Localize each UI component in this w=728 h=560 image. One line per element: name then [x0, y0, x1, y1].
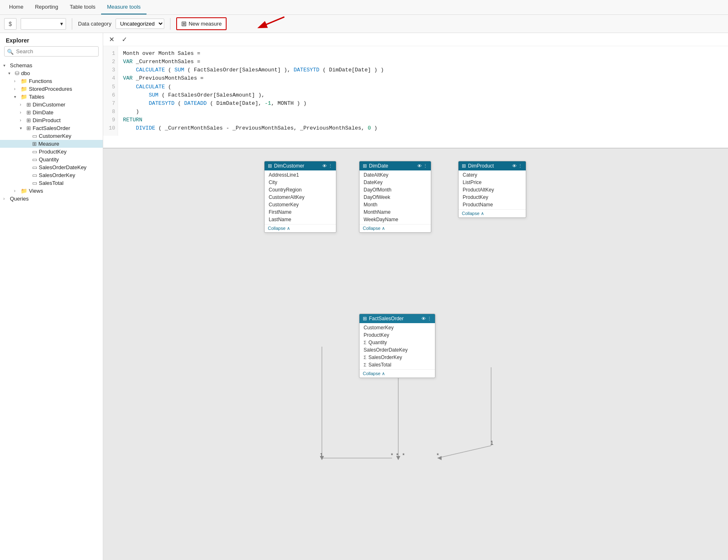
table-actions[interactable]: 👁 ⋮ [512, 163, 522, 169]
table-actions[interactable]: 👁 ⋮ [421, 316, 432, 321]
collapse-dimdate[interactable]: Collapse ∧ [359, 224, 431, 232]
dimproduct-header: ⊞ DimProduct 👁 ⋮ [459, 161, 526, 170]
nav-tab-reporting[interactable]: Reporting [29, 0, 64, 14]
nav-tab-measure-tools[interactable]: Measure tools [101, 0, 147, 14]
collapse-factsalesorder[interactable]: Collapse ∧ [359, 369, 435, 378]
table-icon: ⊞ [363, 316, 367, 321]
svg-text:1: 1 [320, 452, 323, 458]
data-category-select[interactable]: Uncategorized [116, 19, 164, 29]
productkey-label: ProductKey [39, 149, 99, 155]
svg-text:*: * [396, 452, 399, 458]
chevron-icon: ▾ [20, 126, 25, 130]
dimcustomer-body: AddressLine1 City CountryRegion Customer… [265, 170, 336, 224]
sidebar-item-measure[interactable]: ⊞ Measure [0, 140, 103, 148]
explorer-tree: ▾ Schemas ▾ ⛁ dbo › 📁 Functions › 📁 Stor… [0, 60, 103, 560]
table-icon: ⊞ [268, 163, 272, 169]
arrow-annotation [255, 15, 288, 31]
confirm-button[interactable]: ✓ [120, 35, 129, 44]
sidebar-item-dimdate[interactable]: › ⊞ DimDate [0, 109, 103, 116]
dimdate-header: ⊞ DimDate 👁 ⋮ [359, 161, 431, 170]
quantity-label: Quantity [39, 156, 99, 163]
table-row: AddressLine1 [265, 171, 336, 179]
search-input[interactable] [4, 46, 99, 57]
column-icon: ▭ [32, 180, 37, 186]
sidebar-item-dbo[interactable]: ▾ ⛁ dbo [0, 69, 103, 77]
table-dimproduct: ⊞ DimProduct 👁 ⋮ Catery ListPrice Produc… [458, 161, 526, 218]
table-actions[interactable]: 👁 ⋮ [417, 163, 428, 169]
dbo-label: dbo [21, 70, 99, 76]
table-row: ProductName [459, 201, 526, 208]
sidebar-item-dimcustomer[interactable]: › ⊞ DimCustomer [0, 101, 103, 109]
dimproduct-title: DimProduct [468, 163, 510, 169]
sidebar-item-functions[interactable]: › 📁 Functions [0, 77, 103, 85]
svg-line-5 [437, 446, 491, 458]
cancel-button[interactable]: ✕ [107, 35, 116, 44]
chevron-icon: › [20, 110, 25, 115]
table-row: SalesOrderDateKey [359, 346, 435, 354]
dimproduct-body: Catery ListPrice ProductAltKey ProductKe… [459, 170, 526, 209]
table-actions[interactable]: 👁 ⋮ [322, 163, 333, 169]
table-row: ProductKey [359, 331, 435, 339]
sidebar-item-dimproduct[interactable]: › ⊞ DimProduct [0, 116, 103, 124]
table-icon: ⊞ [26, 117, 31, 123]
sidebar-item-tables[interactable]: ▾ 📁 Tables [0, 93, 103, 101]
line-numbers: 12345678910 [103, 46, 118, 136]
top-nav: Home Reporting Table tools Measure tools [0, 0, 728, 15]
column-icon: ▭ [32, 133, 37, 139]
table-row: ProductAltKey [459, 186, 526, 194]
folder-icon: 📁 [21, 78, 27, 84]
chevron-icon: ▾ [8, 71, 13, 76]
sidebar-item-quantity[interactable]: ▭ Quantity [0, 156, 103, 163]
nav-tab-home[interactable]: Home [3, 0, 29, 14]
nav-tab-table-tools[interactable]: Table tools [64, 0, 101, 14]
table-row: DateAltKey [359, 171, 431, 179]
toolbar: $ ▾ Data category Uncategorized ⊞ New me… [0, 15, 728, 33]
collapse-dimcustomer[interactable]: Collapse ∧ [265, 224, 336, 232]
sidebar-item-salesorderkey[interactable]: ▭ SalesOrderKey [0, 171, 103, 179]
svg-marker-13 [396, 456, 400, 460]
table-row: DayOfMonth [359, 186, 431, 194]
search-box: 🔍 [4, 46, 99, 57]
table-icon: ⊞ [26, 102, 31, 108]
format-dropdown[interactable]: ▾ [21, 18, 66, 30]
collapse-dimproduct[interactable]: Collapse ∧ [459, 209, 526, 217]
chevron-icon: › [14, 189, 19, 193]
factsalesorder-body: CustomerKey ProductKey Σ Quantity SalesO… [359, 323, 435, 369]
dimcustomer-title: DimCustomer [274, 163, 320, 169]
new-measure-label: New measure [189, 21, 222, 27]
sidebar-item-views[interactable]: › 📁 Views [0, 187, 103, 195]
schemas-label: Schemas [10, 62, 99, 69]
factsalesorder-title: FactSalesOrder [369, 316, 419, 321]
sidebar-item-customerkey[interactable]: ▭ CustomerKey [0, 132, 103, 140]
sum-icon: Σ [364, 362, 366, 367]
sidebar-item-salesorderdatekey[interactable]: ▭ SalesOrderDateKey [0, 163, 103, 171]
sidebar-item-queries[interactable]: › Queries [0, 195, 103, 203]
sidebar-item-schemas[interactable]: ▾ Schemas [0, 61, 103, 69]
sidebar-item-stored-procedures[interactable]: › 📁 StoredProcedures [0, 85, 103, 93]
code-content[interactable]: Month over Month Sales = VAR _CurrentMon… [118, 46, 728, 136]
table-row: LastName [265, 216, 336, 223]
table-icon: ⊞ [26, 125, 31, 131]
salesorderkey-label: SalesOrderKey [39, 172, 99, 178]
table-row: MonthName [359, 208, 431, 216]
table-row: CustomerAltKey [265, 194, 336, 201]
currency-icon: $ [9, 21, 12, 27]
table-icon: ⊞ [462, 163, 466, 169]
sidebar: Explorer 🔍 ▾ Schemas ▾ ⛁ dbo › 📁 Functio… [0, 33, 103, 560]
chevron-down-icon: ▾ [60, 21, 63, 27]
code-area[interactable]: 12345678910 Month over Month Sales = VAR… [103, 46, 728, 136]
folder-icon: 📁 [21, 94, 27, 100]
sidebar-item-productkey[interactable]: ▭ ProductKey [0, 148, 103, 156]
diagram-area[interactable]: 1 * * * 1 * ⊞ DimCustomer 👁 ⋮ Addr [103, 149, 728, 560]
svg-text:*: * [402, 452, 405, 458]
currency-button[interactable]: $ [4, 18, 17, 30]
sidebar-item-factsalesorder[interactable]: ▾ ⊞ FactSalesOrder [0, 124, 103, 132]
sidebar-item-salestotal[interactable]: ▭ SalesTotal [0, 179, 103, 187]
table-row: WeekDayName [359, 216, 431, 223]
new-measure-button[interactable]: ⊞ New measure [176, 17, 227, 30]
data-category-label: Data category [78, 21, 111, 27]
table-row: DayOfWeek [359, 194, 431, 201]
column-icon: ▭ [32, 149, 37, 155]
dimdate-body: DateAltKey DateKey DayOfMonth DayOfWeek … [359, 170, 431, 224]
table-row: ProductKey [459, 194, 526, 201]
